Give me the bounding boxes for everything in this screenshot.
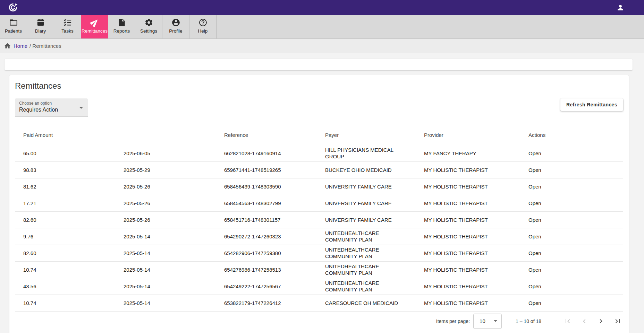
open-action-link[interactable]: Open [528, 283, 541, 289]
cell-payer: BUCKEYE OHIO MEDICAID [317, 161, 416, 178]
col-header-date [115, 125, 216, 145]
open-action-link[interactable]: Open [528, 250, 541, 256]
cell-paid-amount: 98.83 [15, 161, 115, 178]
table-row: 65.00 2025-06-05 662821028-1749160914 HI… [15, 145, 623, 161]
tab-settings[interactable]: Settings [135, 15, 162, 38]
tab-reports[interactable]: Reports [108, 15, 135, 38]
cell-paid-amount: 10.74 [15, 261, 115, 278]
user-account-icon[interactable] [616, 3, 625, 12]
cell-payer: CARESOURCE OH MEDICAID [317, 295, 416, 311]
cell-payer: UNITEDHEALTHCARE COMMUNITY PLAN [317, 228, 416, 245]
chevron-down-icon [79, 107, 83, 109]
cell-actions: Open [520, 161, 623, 178]
remittances-card: Remittances Choose an option Requires Ac… [9, 75, 629, 333]
breadcrumb-current: / Remittances [29, 43, 61, 49]
table-row: 81.62 2025-05-26 658456439-1748303590 UN… [15, 178, 623, 195]
cell-actions: Open [520, 295, 623, 311]
cell-paid-amount: 17.21 [15, 195, 115, 211]
cell-provider: MY HOLISTIC THERAPIST [416, 245, 520, 261]
document-icon [117, 18, 126, 27]
table-row: 82.60 2025-05-14 654282906-1747259380 UN… [15, 245, 623, 261]
cell-actions: Open [520, 195, 623, 211]
first-page-button[interactable] [564, 317, 572, 325]
open-action-link[interactable]: Open [528, 267, 541, 273]
cell-actions: Open [520, 228, 623, 245]
tab-label: Remittances [82, 28, 108, 34]
open-action-link[interactable]: Open [528, 184, 541, 190]
cell-date: 2025-05-14 [115, 228, 216, 245]
cell-provider: MY FANCY THERAPY [416, 145, 520, 161]
page-title: Remittances [15, 81, 623, 91]
tab-diary[interactable]: Diary [27, 15, 54, 38]
table-row: 10.74 2025-05-14 654276986-1747258513 UN… [15, 261, 623, 278]
open-action-link[interactable]: Open [528, 167, 541, 173]
cell-payer: UNIVERSITY FAMILY CARE [317, 178, 416, 195]
tab-remittances[interactable]: Remittances [81, 15, 108, 38]
previous-page-button[interactable] [580, 317, 588, 325]
pagination-bar: Items per page: 10 1 – 10 of 18 [15, 312, 623, 331]
cell-reference: 658456439-1748303590 [216, 178, 317, 195]
refresh-remittances-button[interactable]: Refresh Remittances [560, 98, 623, 111]
items-per-page-select[interactable]: 10 [473, 314, 502, 329]
chevron-down-icon [494, 320, 497, 322]
last-page-button[interactable] [613, 317, 622, 325]
cell-date: 2025-05-29 [115, 161, 216, 178]
cell-reference: 654290272-1747260323 [216, 228, 317, 245]
filter-value: Requires Action [19, 107, 84, 113]
gear-icon [144, 18, 153, 27]
table-row: 9.76 2025-05-14 654290272-1747260323 UNI… [15, 228, 623, 245]
tab-label: Diary [35, 28, 46, 34]
col-header-payer: Payer [317, 125, 416, 145]
cell-payer: UNITEDHEALTHCARE COMMUNITY PLAN [317, 245, 416, 261]
tab-label: Settings [140, 28, 157, 34]
table-row: 82.60 2025-05-26 658451716-1748301157 UN… [15, 211, 623, 228]
cell-date: 2025-06-05 [115, 145, 216, 161]
cell-date: 2025-05-14 [115, 245, 216, 261]
tab-tasks[interactable]: Tasks [54, 15, 81, 38]
cell-paid-amount: 82.60 [15, 211, 115, 228]
cell-date: 2025-05-26 [115, 195, 216, 211]
status-filter-select[interactable]: Choose an option Requires Action [15, 98, 88, 116]
next-page-button[interactable] [597, 317, 605, 325]
tab-help[interactable]: Help [189, 15, 217, 38]
tab-patients[interactable]: Patients [0, 15, 27, 38]
help-icon [198, 18, 207, 27]
cell-payer: UNITEDHEALTHCARE COMMUNITY PLAN [317, 261, 416, 278]
cell-reference: 658454563-1748302799 [216, 195, 317, 211]
items-per-page-label: Items per page: [436, 318, 470, 324]
open-action-link[interactable]: Open [528, 217, 541, 223]
col-header-paid-amount: Paid Amount [15, 125, 115, 145]
cell-provider: MY HOLISTIC THERAPIST [416, 161, 520, 178]
col-header-provider: Provider [416, 125, 520, 145]
table-body: 65.00 2025-06-05 662821028-1749160914 HI… [15, 145, 623, 311]
cell-actions: Open [520, 145, 623, 161]
open-action-link[interactable]: Open [528, 300, 541, 306]
filter-row: Choose an option Requires Action Refresh… [15, 98, 623, 116]
cell-actions: Open [520, 278, 623, 295]
cell-reference: 654249222-1747256567 [216, 278, 317, 295]
tab-profile[interactable]: Profile [162, 15, 189, 38]
table-row: 98.83 2025-05-29 659671441-1748519265 BU… [15, 161, 623, 178]
home-icon[interactable] [4, 42, 11, 50]
cell-payer: UNITEDHEALTHCARE COMMUNITY PLAN [317, 278, 416, 295]
paper-plane-icon [90, 18, 99, 27]
cell-payer: HILL PHYSICIANS MEDICAL GROUP [317, 145, 416, 161]
cell-date: 2025-05-14 [115, 261, 216, 278]
open-action-link[interactable]: Open [528, 150, 541, 156]
open-action-link[interactable]: Open [528, 200, 541, 206]
app-logo-icon [8, 3, 18, 12]
tab-label: Profile [169, 28, 182, 34]
cell-paid-amount: 65.00 [15, 145, 115, 161]
folder-open-icon [9, 18, 18, 27]
breadcrumb-home-link[interactable]: Home [14, 43, 27, 49]
remittances-table: Paid Amount Reference Payer Provider Act… [15, 125, 623, 312]
main-nav-tabs: Patients Diary [0, 15, 644, 39]
app-top-bar [0, 0, 644, 15]
cell-reference: 653822179-1747226412 [216, 295, 317, 311]
open-action-link[interactable]: Open [528, 234, 541, 239]
cell-paid-amount: 10.74 [15, 295, 115, 311]
cell-provider: MY HOLISTIC THERAPIST [416, 228, 520, 245]
breadcrumb: Home / Remittances [0, 39, 644, 53]
cell-date: 2025-05-26 [115, 211, 216, 228]
cell-paid-amount: 9.76 [15, 228, 115, 245]
